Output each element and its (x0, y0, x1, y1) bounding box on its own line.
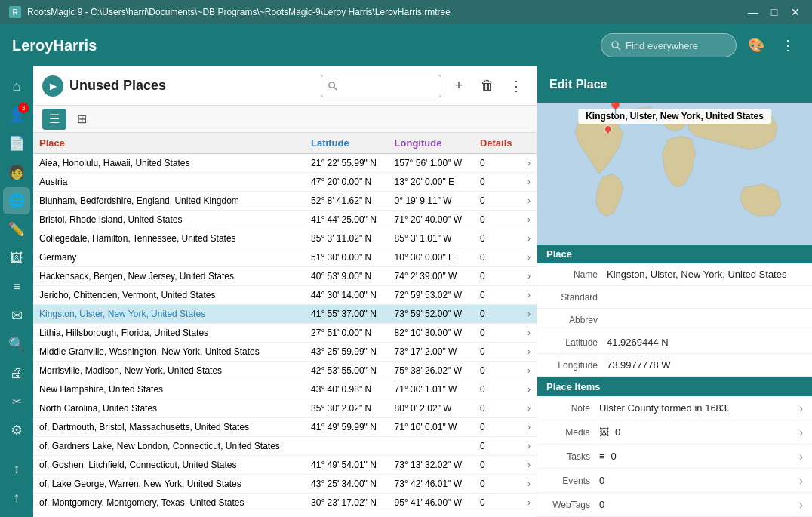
item-label: Media (546, 427, 599, 438)
table-row[interactable]: North Carolina, United States 35° 30' 2.… (33, 399, 537, 418)
row-arrow[interactable]: › (521, 437, 537, 456)
table-row[interactable]: of, Gardners Lake, New London, Connectic… (33, 437, 537, 456)
latitude-cell: 43° 40' 0.98" N (305, 380, 388, 399)
sidebar-item-edit[interactable]: ✏️ (3, 216, 30, 243)
place-item-row[interactable]: Note Ulster County formed in 1683. › (537, 396, 812, 420)
col-header-longitude[interactable]: Longitude (389, 133, 474, 154)
table-row[interactable]: Bristol, Rhode Island, United States 41°… (33, 211, 537, 229)
table-row[interactable]: Germany 51° 30' 0.00" N 10° 30' 0.00" E … (33, 248, 537, 267)
row-arrow[interactable]: › (521, 512, 537, 518)
place-item-row[interactable]: Tasks ≡0 › (537, 445, 812, 469)
row-arrow[interactable]: › (521, 343, 537, 362)
sidebar-item-list[interactable]: ≡ (3, 273, 30, 300)
table-row[interactable]: Hackensack, Bergen, New Jersey, United S… (33, 267, 537, 286)
tab-list-view[interactable]: ☰ (42, 109, 66, 130)
table-row[interactable]: of, Roxbury, Suffolk, Massachusetts, Uni… (33, 512, 537, 518)
row-arrow[interactable]: › (521, 380, 537, 399)
row-arrow[interactable]: › (521, 324, 537, 343)
sidebar-item-upload[interactable]: ↑ (3, 484, 30, 511)
tab-map-view[interactable]: ⊞ (69, 109, 94, 130)
col-header-arrow (521, 133, 537, 154)
sidebar-item-print[interactable]: 🖨 (3, 359, 30, 386)
more-menu-button[interactable]: ⋮ (776, 33, 800, 57)
row-arrow[interactable]: › (521, 399, 537, 418)
item-chevron-icon[interactable]: › (799, 451, 803, 463)
col-header-place[interactable]: Place (33, 133, 305, 154)
row-arrow[interactable]: › (521, 229, 537, 248)
places-search-input[interactable] (321, 75, 441, 97)
row-arrow[interactable]: › (521, 475, 537, 494)
map-container[interactable]: Kingston, Ulster, New York, United State… (537, 103, 812, 245)
sidebar-item-mail[interactable]: ✉ (3, 302, 30, 329)
globe-icon: 🌐 (8, 192, 25, 209)
col-header-latitude[interactable]: Latitude (305, 133, 388, 154)
sidebar-item-tools[interactable]: ✂ (3, 388, 30, 415)
people-badge: 3 (18, 103, 29, 113)
global-search[interactable]: Find everywhere (601, 33, 737, 57)
item-chevron-icon[interactable]: › (799, 475, 803, 487)
longitude-cell: 95° 41' 46.00" W (389, 494, 474, 512)
table-row[interactable]: Aiea, Honolulu, Hawaii, United States 21… (33, 154, 537, 173)
row-arrow[interactable]: › (521, 362, 537, 380)
table-row[interactable]: Austria 47° 20' 0.00" N 13° 20' 0.00" E … (33, 173, 537, 192)
table-row[interactable]: New Hampshire, United States 43° 40' 0.9… (33, 380, 537, 399)
delete-button[interactable]: 🗑 (476, 75, 499, 97)
row-arrow[interactable]: › (521, 494, 537, 512)
place-item-row[interactable]: Media 🖼0 › (537, 420, 812, 445)
row-arrow[interactable]: › (521, 248, 537, 267)
place-items-header: Place Items (537, 377, 812, 396)
minimize-button[interactable]: — (746, 5, 761, 20)
title-bar-left: R RootsMagic 9 - C:\Users\harri\Document… (9, 6, 451, 18)
place-cell: of, Goshen, Litchfield, Connecticut, Uni… (33, 456, 305, 475)
sidebar-item-person[interactable]: 🧑 (3, 158, 30, 186)
add-button[interactable]: + (448, 75, 470, 97)
item-chevron-icon[interactable]: › (799, 426, 803, 439)
item-value: Ulster County formed in 1683. (599, 402, 799, 414)
table-row[interactable]: Collegedale, Hamilton, Tennessee, United… (33, 229, 537, 248)
place-item-row[interactable]: Events 0 › (537, 469, 812, 493)
place-cell: Aiea, Honolulu, Hawaii, United States (33, 154, 305, 173)
close-button[interactable]: ✕ (788, 5, 803, 20)
col-header-details[interactable]: Details (474, 133, 521, 154)
sidebar-item-image[interactable]: 🖼 (3, 245, 30, 272)
item-icon: ≡ (599, 451, 605, 462)
places-table: Place Latitude Longitude Details Aiea, H… (33, 133, 537, 517)
item-chevron-icon[interactable]: › (799, 499, 803, 511)
table-row[interactable]: Jericho, Chittenden, Vermont, United Sta… (33, 286, 537, 305)
place-item-row[interactable]: WebTags 0 › (537, 493, 812, 517)
maximize-button[interactable]: □ (767, 5, 782, 20)
row-arrow[interactable]: › (521, 267, 537, 286)
row-arrow[interactable]: › (521, 154, 537, 173)
row-arrow[interactable]: › (521, 192, 537, 211)
table-row[interactable]: Lithia, Hillsborough, Florida, United St… (33, 324, 537, 343)
list-view-icon: ☰ (49, 112, 60, 126)
table-row[interactable]: Morrisville, Madison, New York, United S… (33, 362, 537, 380)
table-row[interactable]: of, Goshen, Litchfield, Connecticut, Uni… (33, 456, 537, 475)
row-arrow[interactable]: › (521, 286, 537, 305)
sidebar-item-sync[interactable]: ↕ (3, 455, 30, 482)
table-row[interactable]: Kingston, Ulster, New York, United State… (33, 305, 537, 324)
sidebar-item-settings[interactable]: ⚙ (3, 417, 30, 444)
sidebar-item-document[interactable]: 📄 (3, 130, 30, 157)
row-arrow[interactable]: › (521, 418, 537, 437)
sidebar-item-people[interactable]: 👤 3 (3, 101, 30, 128)
row-arrow[interactable]: › (521, 305, 537, 324)
place-cell: of, Montgomery, Montgomery, Texas, Unite… (33, 494, 305, 512)
table-row[interactable]: Blunham, Bedfordshire, England, United K… (33, 192, 537, 211)
row-arrow[interactable]: › (521, 211, 537, 229)
play-button[interactable]: ▶ (42, 75, 63, 97)
palette-button[interactable]: 🎨 (744, 33, 768, 57)
table-row[interactable]: of, Dartmouth, Bristol, Massachusetts, U… (33, 418, 537, 437)
sidebar-item-globe[interactable]: 🌐 (3, 187, 30, 214)
table-row[interactable]: Middle Granville, Washington, New York, … (33, 343, 537, 362)
sidebar-item-home[interactable]: ⌂ (3, 72, 30, 100)
item-chevron-icon[interactable]: › (799, 402, 803, 414)
place-cell: Lithia, Hillsborough, Florida, United St… (33, 324, 305, 343)
table-row[interactable]: of, Lake George, Warren, New York, Unite… (33, 475, 537, 494)
more-options-button[interactable]: ⋮ (505, 75, 527, 97)
sidebar-item-search[interactable]: 🔍 (3, 331, 30, 358)
row-arrow[interactable]: › (521, 456, 537, 475)
table-row[interactable]: of, Montgomery, Montgomery, Texas, Unite… (33, 494, 537, 512)
latitude-cell: 41° 49' 54.01" N (305, 456, 388, 475)
row-arrow[interactable]: › (521, 173, 537, 192)
